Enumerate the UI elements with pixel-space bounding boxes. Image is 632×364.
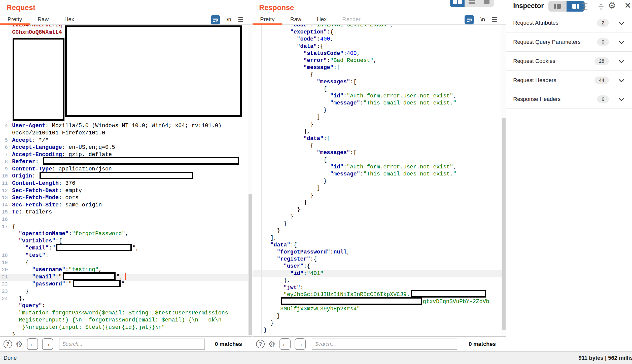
search-next-button[interactable]: →	[42, 338, 53, 350]
code-line[interactable]: 3MDlfjx3mzwL39ybHp2Krs4"	[253, 306, 506, 313]
code-line[interactable]: 13Sec-Fetch-Mode: cors	[0, 194, 252, 202]
inspector-close-icon[interactable]: ✕	[624, 2, 631, 10]
code-line[interactable]: ]	[253, 199, 506, 206]
code-line[interactable]: "messages":[	[253, 79, 506, 86]
code-line[interactable]: "user":{	[253, 263, 506, 270]
code-line[interactable]: {	[253, 86, 506, 93]
code-line[interactable]: }	[253, 320, 506, 327]
inspector-settings-gear-icon[interactable]: ⚙	[608, 1, 616, 10]
code-line[interactable]: 8Referer:	[0, 158, 252, 166]
code-line[interactable]: }	[253, 178, 506, 185]
response-scrollbar-thumb[interactable]	[502, 118, 506, 330]
code-line[interactable]: ],	[253, 235, 506, 242]
code-line[interactable]: "email":"",	[0, 245, 252, 252]
code-line[interactable]: {	[253, 157, 506, 164]
code-line[interactable]: }	[253, 313, 506, 320]
chevron-down-icon[interactable]	[619, 57, 624, 63]
code-line[interactable]: 22 "password":""	[0, 281, 252, 288]
request-scrollbar[interactable]	[248, 25, 252, 336]
chevron-down-icon[interactable]	[619, 95, 624, 101]
code-line[interactable]: }	[253, 206, 506, 213]
code-line[interactable]: "data":{	[253, 43, 506, 50]
code-line[interactable]: 20 "username":"testing",	[0, 266, 252, 274]
code-line[interactable]: }	[253, 327, 506, 334]
code-line[interactable]: gtxvDEqnSVuPbY-2ZoVb	[253, 298, 506, 305]
code-line[interactable]: "query":	[0, 302, 252, 310]
code-line[interactable]: "message":"This email does not exist."	[253, 100, 506, 107]
inspector-section-request-headers[interactable]: Request Headers44	[506, 70, 632, 90]
expand-all-icon[interactable]	[596, 2, 606, 13]
code-line[interactable]: 6Accept-Language: en-US,en;q=0.5	[0, 144, 252, 151]
inspector-section-request-attributes[interactable]: Request Attributes2	[506, 13, 632, 32]
word-wrap-icon[interactable]	[465, 15, 474, 24]
code-line[interactable]: 21 "email":"",	[0, 274, 252, 281]
request-scrollbar-thumb[interactable]	[249, 194, 252, 335]
code-line[interactable]: "forgotPassword":null,	[253, 249, 506, 256]
code-line[interactable]: "id":"Auth.form.error.user.not-exist",	[253, 93, 506, 100]
newline-toggle[interactable]: \n	[227, 16, 231, 23]
layout-columns-button[interactable]	[450, 0, 465, 7]
code-line[interactable]: ]	[253, 114, 506, 121]
code-line[interactable]: 19 {	[0, 259, 252, 267]
tab-hex[interactable]: Hex	[317, 16, 327, 23]
tab-pretty[interactable]: Pretty	[260, 16, 274, 23]
code-line[interactable]: "message":"This email does not exist."	[253, 171, 506, 178]
response-viewer[interactable]: "code":"INTERNAL_SERVER_ERROR", "excepti…	[253, 25, 506, 336]
code-line[interactable]: 10Origin:	[0, 173, 252, 180]
chevron-down-icon[interactable]	[619, 38, 624, 44]
code-line[interactable]: }	[253, 213, 506, 220]
code-line[interactable]: "exception":{	[253, 29, 506, 36]
code-line[interactable]: 14Sec-Fetch-Site: same-origin	[0, 202, 252, 209]
request-menu-icon[interactable]: ☰	[238, 16, 243, 23]
code-line[interactable]: 12Sec-Fetch-Dest: empty	[0, 187, 252, 195]
search-next-button[interactable]: →	[295, 338, 306, 350]
inspector-section-response-headers[interactable]: Response Headers6	[506, 90, 632, 109]
response-menu-icon[interactable]: ☰	[492, 16, 497, 23]
code-line[interactable]: ],	[253, 128, 506, 135]
code-line[interactable]: 17{	[0, 223, 252, 231]
search-settings-gear-icon[interactable]: ⚙	[16, 340, 23, 348]
code-line[interactable]: 23 }	[0, 288, 252, 295]
code-line[interactable]: "data":{	[253, 242, 506, 249]
code-line[interactable]: 5Accept: */*	[0, 137, 252, 144]
word-wrap-icon[interactable]	[211, 15, 220, 24]
tab-render[interactable]: Render	[342, 16, 361, 23]
tab-hex[interactable]: Hex	[64, 16, 74, 23]
inspector-dock-left-button[interactable]	[548, 1, 567, 12]
search-prev-button[interactable]: ←	[27, 338, 38, 350]
chevron-down-icon[interactable]	[619, 77, 624, 82]
code-line[interactable]: "id":"401"	[253, 270, 506, 277]
code-line[interactable]: }	[253, 121, 506, 128]
code-line[interactable]: {	[253, 142, 506, 149]
help-icon[interactable]: ?	[256, 340, 265, 348]
code-line[interactable]: 4User-Agent: Mozilla/5.0 (Windows NT 10.…	[0, 122, 252, 130]
code-line[interactable]: }\nregister(input: $test){user{id},jwt}}…	[0, 324, 252, 331]
layout-single-button[interactable]	[479, 0, 494, 7]
code-line[interactable]: },	[253, 277, 506, 284]
code-line[interactable]: 11Content-Length: 376	[0, 180, 252, 187]
code-line[interactable]: "register":{	[253, 256, 506, 263]
newline-toggle[interactable]: \n	[480, 16, 485, 23]
request-search-input[interactable]	[59, 339, 205, 350]
code-line[interactable]: }	[253, 192, 506, 199]
code-line[interactable]: "message":[	[253, 64, 506, 71]
code-line[interactable]: 24 },	[0, 295, 252, 303]
inspector-section-request-query-parameters[interactable]: Request Query Parameters0	[506, 32, 632, 51]
code-line[interactable]: }	[253, 220, 506, 227]
code-line[interactable]: 15Te: trailers	[0, 209, 252, 216]
code-line[interactable]: {	[253, 71, 506, 78]
response-search-input[interactable]	[312, 339, 457, 350]
collapse-all-icon[interactable]	[580, 2, 589, 13]
code-line[interactable]: "code":400,	[253, 36, 506, 43]
code-line[interactable]: RegisterInput!) {\n forgotPassword(email…	[0, 317, 252, 324]
code-line[interactable]: "id":"Auth.form.error.user.not-exist",	[253, 164, 506, 171]
search-settings-gear-icon[interactable]: ⚙	[268, 340, 275, 348]
search-prev-button[interactable]: ←	[279, 338, 291, 350]
code-line[interactable]: "error":"Bad Request",	[253, 57, 506, 64]
code-line[interactable]: "statusCode":400,	[253, 50, 506, 57]
code-line[interactable]: Gecko/20100101 Firefox/101.0	[0, 130, 252, 137]
code-line[interactable]: }	[0, 331, 252, 336]
help-icon[interactable]: ?	[4, 340, 12, 348]
code-line[interactable]: }	[253, 227, 506, 234]
chevron-down-icon[interactable]	[619, 19, 624, 25]
